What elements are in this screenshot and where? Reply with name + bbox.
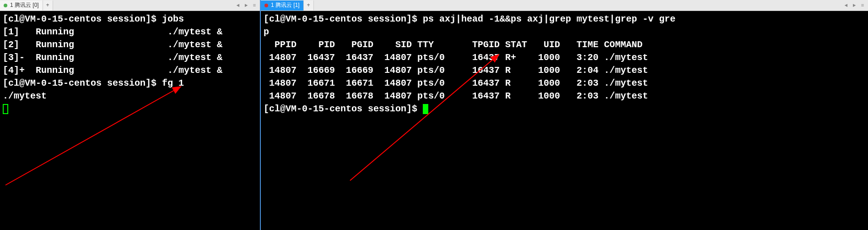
tabbar-left: 1 腾讯云 [0] + ◄ ► ≡ [0,0,260,11]
tabbar-right: 1 腾讯云 [1] + ◄ ► ≡ [261,0,868,11]
tab-add-button[interactable]: + [304,0,314,11]
nav-menu-icon[interactable]: ≡ [859,2,866,9]
terminal-line: [2] Running ./mytest & [3,38,257,51]
terminal-line: [cl@VM-0-15-centos session]$ jobs [3,13,257,26]
tab-nav-left: ◄ ► ≡ [234,2,260,9]
nav-left-icon[interactable]: ◄ [842,2,850,9]
right-pane: 1 腾讯云 [1] + ◄ ► ≡ [cl@VM-0-15-centos ses… [261,0,868,230]
tab-left-0[interactable]: 1 腾讯云 [0] [0,0,43,11]
terminal-prompt-line: [cl@VM-0-15-centos session]$ [264,103,865,115]
terminal-line: 14807 16678 16678 14807 pts/0 16437 R 10… [264,90,865,103]
terminal-line: [4]+ Running ./mytest & [3,64,257,77]
tab-label: 1 腾讯云 [1] [271,1,300,9]
terminal-line: 14807 16671 16671 14807 pts/0 16437 R 10… [264,77,865,90]
terminal-line: [cl@VM-0-15-centos session]$ fg 1 [3,77,257,90]
plus-icon: + [46,2,49,9]
terminal-line: [1] Running ./mytest & [3,26,257,38]
terminal-line: [3]- Running ./mytest & [3,51,257,64]
terminal-cursor-line [3,103,257,115]
terminal-line: 14807 16437 16437 14807 pts/0 16437 R+ 1… [264,51,865,64]
terminal-prompt-text: [cl@VM-0-15-centos session]$ [264,104,423,114]
tab-nav-right: ◄ ► ≡ [842,2,868,9]
tab-right-0[interactable]: 1 腾讯云 [1] [261,0,304,11]
terminal-line: p [264,26,865,38]
left-pane: 1 腾讯云 [0] + ◄ ► ≡ [cl@VM-0-15-centos ses… [0,0,261,230]
plus-icon: + [307,2,310,9]
terminal-line: 14807 16669 16669 14807 pts/0 16437 R 10… [264,64,865,77]
cursor-icon [423,104,428,114]
terminal-line: ./mytest [3,90,257,103]
nav-right-icon[interactable]: ► [243,2,250,9]
status-dot-icon [4,4,7,7]
nav-right-icon[interactable]: ► [851,2,858,9]
terminal-line: [cl@VM-0-15-centos session]$ ps axj|head… [264,13,865,26]
tab-add-button[interactable]: + [43,0,53,11]
nav-menu-icon[interactable]: ≡ [251,2,258,9]
terminal-line: PPID PID PGID SID TTY TPGID STAT UID TIM… [264,38,865,51]
terminal-right[interactable]: [cl@VM-0-15-centos session]$ ps axj|head… [261,11,868,230]
status-dot-icon [264,4,268,7]
terminal-left[interactable]: [cl@VM-0-15-centos session]$ jobs [1] Ru… [0,11,260,230]
cursor-icon [3,104,8,114]
nav-left-icon[interactable]: ◄ [234,2,242,9]
tab-label: 1 腾讯云 [0] [10,1,39,9]
